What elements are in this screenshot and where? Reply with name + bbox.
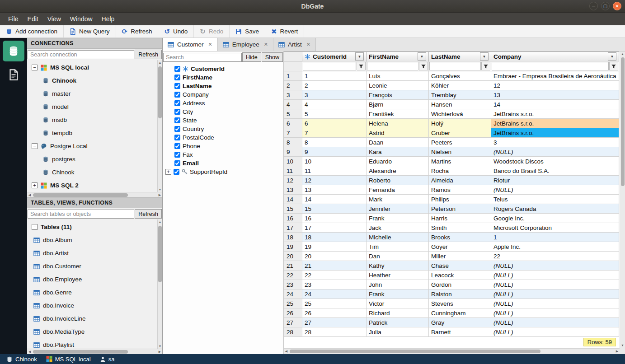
filter-input-company[interactable] (492, 62, 609, 70)
scroll-down-icon[interactable]: ▼ (620, 343, 625, 348)
grid-cell[interactable]: Almeida (429, 176, 491, 185)
table-item-dbo-customer[interactable]: dbo.Customer (27, 260, 162, 273)
grid-cell[interactable]: 7 (302, 128, 367, 138)
grid-cell[interactable]: 3 (302, 90, 367, 100)
row-number-cell[interactable]: 10 (284, 157, 302, 166)
column-checkbox[interactable] (174, 152, 180, 158)
grid-cell[interactable]: Jennifer (367, 204, 429, 214)
grid-cell[interactable]: Smith (429, 223, 491, 233)
column-menu-button[interactable]: ▼ (418, 52, 426, 61)
connection-item-master[interactable]: master (27, 87, 162, 100)
grid-cell[interactable]: 12 (302, 176, 367, 185)
table-item-dbo-album[interactable]: dbo.Album (27, 233, 162, 247)
row-number-cell[interactable]: 28 (284, 327, 302, 337)
scroll-left-icon[interactable]: ◀ (284, 349, 289, 354)
column-checkbox[interactable] (174, 126, 180, 132)
column-item-customerid[interactable]: CustomerId (163, 65, 283, 73)
connection-item-ms-sql-2[interactable]: +MS SQL 2 (27, 179, 162, 192)
grid-cell[interactable]: JetBrains s.r.o. (491, 119, 619, 128)
grid-cell[interactable]: Patrick (367, 318, 429, 327)
minimize-button[interactable]: ─ (589, 2, 598, 10)
connections-refresh-button[interactable]: Refresh (135, 50, 162, 59)
grid-cell[interactable]: Nielsen (429, 147, 491, 157)
grid-cell[interactable]: Fernanda (367, 185, 429, 195)
connection-item-msdb[interactable]: msdb (27, 113, 162, 126)
row-number-cell[interactable]: 4 (284, 100, 302, 109)
column-checkbox[interactable] (174, 66, 180, 72)
row-number-cell[interactable]: 27 (284, 318, 302, 327)
grid-cell[interactable]: 22 (491, 252, 619, 261)
scroll-right-icon[interactable]: ▶ (615, 349, 620, 354)
grid-cell[interactable]: (NULL) (491, 299, 619, 308)
maximize-button[interactable]: ▢ (601, 2, 610, 10)
scroll-down-icon[interactable]: ▼ (158, 187, 162, 192)
grid-cell[interactable]: Luís (367, 71, 429, 81)
connection-item-postgre-local[interactable]: −Postgre Local (27, 140, 162, 153)
grid-cell[interactable]: Kara (367, 147, 429, 157)
grid-cell[interactable]: 10 (302, 157, 367, 166)
tables-search-input[interactable] (28, 210, 134, 219)
column-item-email[interactable]: Email (163, 159, 283, 168)
grid-cell[interactable]: Microsoft Corporation (491, 223, 619, 233)
grid-cell[interactable]: Barnett (429, 327, 491, 337)
grid-cell[interactable]: Miller (429, 252, 491, 261)
grid-cell[interactable]: Philips (429, 195, 491, 204)
column-checkbox[interactable] (174, 169, 179, 175)
column-item-state[interactable]: State (163, 116, 283, 125)
row-number-cell[interactable]: 9 (284, 147, 302, 157)
tab-customer[interactable]: Customer✕ (163, 38, 218, 51)
grid-cell[interactable]: 23 (302, 280, 367, 289)
grid-cell[interactable]: 11 (302, 166, 367, 176)
close-tab-icon[interactable]: ✕ (306, 42, 310, 47)
files-view-button[interactable] (8, 69, 19, 82)
grid-cell[interactable]: 13 (302, 185, 367, 195)
grid-cell[interactable]: 17 (302, 223, 367, 233)
titlebar[interactable]: DbGate ─▢✕ (0, 0, 625, 13)
column-checkbox[interactable] (174, 75, 180, 80)
grid-cell[interactable]: Julia (367, 327, 429, 337)
grid-cell[interactable]: 3 (491, 138, 619, 147)
tab-artist[interactable]: Artist✕ (273, 38, 316, 51)
menu-file[interactable]: File (4, 15, 23, 23)
tables-horizontal-scrollbar[interactable]: ◀▶ (27, 349, 162, 354)
row-number-cell[interactable]: 19 (284, 242, 302, 252)
grid-cell[interactable]: Stevens (429, 299, 491, 308)
grid-cell[interactable]: 12 (491, 81, 619, 90)
toolbar-add-connection-button[interactable]: Add connection (0, 25, 64, 37)
grid-cell[interactable]: Alexandre (367, 166, 429, 176)
grid-cell[interactable]: Gray (429, 318, 491, 327)
grid-cell[interactable]: François (367, 90, 429, 100)
column-menu-button[interactable]: ▼ (355, 52, 364, 61)
column-header-lastname[interactable]: LastName▼ (429, 52, 491, 61)
close-tab-icon[interactable]: ✕ (208, 42, 212, 47)
grid-cell[interactable]: Frank (367, 289, 429, 299)
grid-cell[interactable]: Harris (429, 214, 491, 223)
grid-cell[interactable]: Gordon (429, 280, 491, 289)
grid-cell[interactable]: 22 (302, 271, 367, 280)
scroll-down-icon[interactable]: ▼ (158, 344, 162, 349)
column-item-country[interactable]: Country (163, 125, 283, 133)
table-item-dbo-artist[interactable]: dbo.Artist (27, 247, 162, 260)
filter-input-lastname[interactable] (429, 62, 481, 70)
grid-cell[interactable]: (NULL) (491, 308, 619, 318)
connection-item-chinook[interactable]: Chinook (27, 166, 162, 179)
close-tab-icon[interactable]: ✕ (264, 42, 268, 47)
row-number-cell[interactable]: 2 (284, 81, 302, 90)
row-number-cell[interactable]: 13 (284, 185, 302, 195)
scroll-thumb[interactable] (33, 193, 128, 197)
grid-cell[interactable]: Ramos (429, 185, 491, 195)
grid-cell[interactable]: 13 (491, 90, 619, 100)
column-item-company[interactable]: Company (163, 90, 283, 99)
hide-columns-button[interactable]: Hide (242, 52, 261, 62)
column-checkbox[interactable] (174, 160, 180, 166)
grid-cell[interactable]: Helena (367, 119, 429, 128)
filter-input-customerid[interactable] (303, 62, 356, 70)
row-number-cell[interactable]: 11 (284, 166, 302, 176)
grid-cell[interactable]: Bjørn (367, 100, 429, 109)
menu-edit[interactable]: Edit (23, 15, 43, 23)
grid-cell[interactable]: 25 (302, 299, 367, 308)
close-button[interactable]: ✕ (613, 2, 621, 10)
row-number-cell[interactable]: 25 (284, 299, 302, 308)
grid-cell[interactable]: 5 (302, 109, 367, 119)
grid-cell[interactable]: Martins (429, 157, 491, 166)
